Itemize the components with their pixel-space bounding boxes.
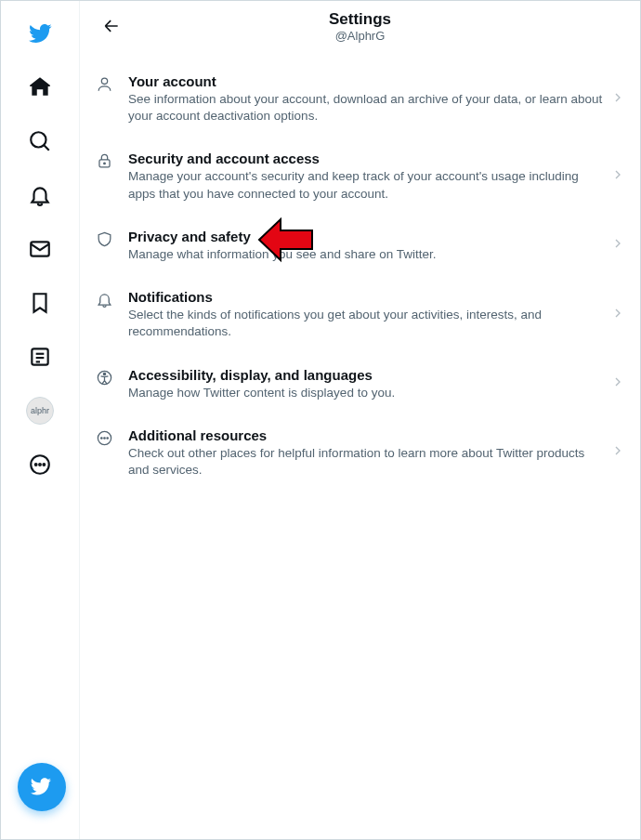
settings-row-notifications[interactable]: Notifications Select the kinds of notifi…: [80, 276, 640, 353]
search-nav-icon[interactable]: [17, 118, 63, 164]
chevron-right-icon: [610, 236, 625, 255]
settings-row-security[interactable]: Security and account access Manage your …: [80, 138, 640, 215]
more-nav-icon[interactable]: [17, 441, 63, 488]
row-desc: See information about your account, down…: [128, 91, 603, 125]
chevron-right-icon: [610, 167, 625, 186]
bookmarks-nav-icon[interactable]: [17, 280, 63, 326]
row-desc: Manage what information you see and shar…: [128, 246, 603, 263]
page-subtitle: @AlphrG: [329, 29, 391, 43]
page-title: Settings: [329, 10, 391, 29]
chevron-right-icon: [610, 90, 625, 109]
svg-line-1: [44, 145, 48, 150]
svg-point-17: [100, 438, 101, 439]
row-desc: Check out other places for helpful infor…: [128, 445, 603, 479]
svg-point-18: [103, 438, 104, 439]
svg-point-11: [101, 78, 107, 84]
svg-point-10: [43, 464, 45, 466]
row-title: Notifications: [128, 289, 603, 305]
accessibility-icon: [95, 369, 113, 387]
sidebar: alphr: [1, 1, 80, 839]
settings-row-additional[interactable]: Additional resources Check out other pla…: [80, 414, 640, 492]
chevron-right-icon: [610, 306, 625, 324]
svg-point-9: [39, 464, 41, 466]
page-header: Settings @AlphrG: [80, 1, 640, 51]
messages-nav-icon[interactable]: [17, 226, 63, 272]
shield-icon: [95, 230, 113, 248]
bell-icon: [95, 291, 113, 308]
row-title: Additional resources: [128, 427, 603, 443]
row-title: Accessibility, display, and languages: [128, 367, 603, 383]
home-nav-icon[interactable]: [17, 64, 63, 111]
svg-point-15: [103, 373, 105, 374]
compose-tweet-button[interactable]: [18, 763, 66, 811]
row-title: Privacy and safety: [128, 229, 603, 244]
svg-point-0: [31, 132, 46, 147]
row-desc: Select the kinds of notifications you ge…: [128, 307, 603, 340]
back-button[interactable]: [95, 9, 128, 43]
svg-point-13: [103, 164, 105, 165]
row-title: Security and account access: [128, 151, 603, 166]
twitter-logo[interactable]: [17, 10, 63, 57]
svg-point-19: [106, 438, 107, 439]
settings-row-privacy-safety[interactable]: Privacy and safety Manage what informati…: [80, 216, 640, 276]
settings-row-your-account[interactable]: Your account See information about your …: [80, 60, 640, 138]
row-desc: Manage your account's security and keep …: [128, 168, 603, 202]
row-title: Your account: [128, 73, 603, 89]
settings-list: Your account See information about your …: [80, 51, 640, 492]
lock-icon: [95, 152, 113, 170]
ellipsis-icon: [95, 429, 113, 447]
chevron-right-icon: [610, 443, 625, 462]
row-desc: Manage how Twitter content is displayed …: [128, 385, 603, 401]
notifications-nav-icon[interactable]: [17, 172, 63, 218]
main-content: Settings @AlphrG Your account See inform…: [80, 1, 640, 839]
settings-row-accessibility[interactable]: Accessibility, display, and languages Ma…: [80, 354, 640, 414]
avatar: alphr: [26, 397, 54, 425]
svg-point-8: [35, 464, 37, 466]
lists-nav-icon[interactable]: [17, 334, 63, 380]
person-icon: [95, 75, 113, 93]
profile-nav-icon[interactable]: alphr: [17, 387, 63, 434]
chevron-right-icon: [610, 374, 625, 393]
